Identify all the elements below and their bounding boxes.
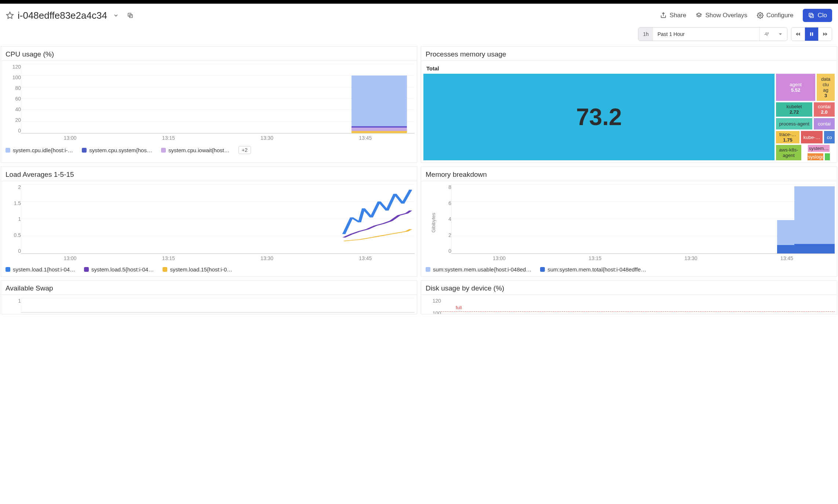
swap-y-axis: 1 [3,298,21,314]
disk-usage-title: Disk usage by device (%) [421,281,837,295]
treemap-cell-containerd[interactable]: contai2.0 [814,102,835,117]
svg-rect-12 [812,32,813,36]
available-swap-title: Available Swap [1,281,417,295]
treemap-total-label: Total [423,64,835,74]
configure-label: Configure [766,12,794,19]
dashboard-grid: CPU usage (%) 120100806040200 13:0013:15… [0,46,838,314]
time-range-picker[interactable]: 1h Past 1 Hour [638,27,787,41]
time-pause-button[interactable] [805,28,818,41]
treemap-cell-co[interactable]: co [824,131,835,143]
treemap-cell-aws-k8s-agent[interactable]: aws-k8s- agent [776,145,801,160]
gear-icon [757,12,764,19]
memory-breakdown-card: Memory breakdown Gibibytes 86420 13:0013… [421,167,837,277]
layers-icon [696,12,702,19]
time-controls-row: 1h Past 1 Hour [0,26,838,46]
legend-item[interactable]: sum:system.mem.total{host:i-048edffe… [540,266,646,273]
disk-usage-card: Disk usage by device (%) 120100 full [421,280,837,314]
copy-icon[interactable] [127,12,134,19]
legend-item[interactable]: system.cpu.idle{host:i-… [6,147,73,153]
memory-legend: sum:system.mem.usable{host:i-048ed… sum:… [421,263,837,276]
configure-button[interactable]: Configure [757,12,794,19]
cpu-x-axis: 13:0013:1513:3013:45 [3,134,415,141]
time-dropdown-chevron[interactable] [774,28,787,41]
treemap-cell-agent[interactable]: agent5.52 [776,74,815,101]
clone-icon [808,12,815,19]
disk-full-annotation: full [441,305,462,310]
memory-y-axis: 86420 [434,184,451,254]
time-pin-button[interactable] [759,28,774,41]
svg-marker-0 [7,12,13,18]
treemap-cell-other[interactable] [825,153,830,160]
pin-icon [764,32,769,37]
forward-icon [822,31,828,37]
disk-usage-chart[interactable]: 120100 full [423,298,835,314]
time-quick-range[interactable]: 1h [638,28,653,41]
page-header: i-048edffe83e2a4c34 Share Show Overlays … [0,4,838,26]
load-averages-title: Load Averages 1-5-15 [1,167,417,181]
svg-marker-4 [697,13,702,16]
overlays-label: Show Overlays [705,12,747,19]
svg-marker-10 [798,32,800,36]
treemap-cell-trace-agent[interactable]: trace-…1.75 [776,131,799,143]
processes-memory-title: Processes memory usage [421,47,837,61]
cpu-y-axis: 120100806040200 [3,64,21,134]
treemap-cell-containerd-shim[interactable]: contai [814,118,835,129]
svg-marker-9 [796,32,798,36]
time-step-forward-button[interactable] [819,28,832,41]
load-averages-chart[interactable]: 21.510.50 13:0013:1513:3013:45 [3,184,415,261]
disk-y-axis: 120100 [423,298,441,314]
legend-item[interactable]: system.cpu.iowait{host… [161,147,230,153]
rewind-icon [795,31,801,37]
cpu-usage-chart[interactable]: 120100806040200 13:0013:1513:3013:45 [3,64,415,141]
treemap-main-cell[interactable]: 73.2 [423,74,775,160]
cpu-usage-title: CPU usage (%) [1,47,417,61]
legend-item[interactable]: system.cpu.system{hos… [82,147,152,153]
svg-marker-13 [823,32,825,36]
load-x-axis: 13:0013:1513:3013:45 [3,254,415,261]
load-y-axis: 21.510.50 [3,184,21,254]
page-title: i-048edffe83e2a4c34 [18,10,107,21]
treemap-cell-rsyslogd[interactable]: rsyslogd [808,153,823,160]
svg-rect-11 [810,32,811,36]
memory-breakdown-title: Memory breakdown [421,167,837,181]
clone-button[interactable]: Clo [803,9,832,22]
legend-item[interactable]: sum:system.mem.usable{host:i-048ed… [426,266,531,273]
legend-item[interactable]: system.load.5{host:i-04… [84,266,154,273]
svg-rect-6 [810,14,813,18]
pause-icon [809,32,814,37]
svg-marker-8 [779,33,782,35]
legend-item[interactable]: system.load.15{host:i-0… [163,266,232,273]
share-icon [660,12,667,19]
svg-marker-14 [826,32,827,36]
treemap-cell-kubelet[interactable]: kubelet2.72 [776,102,812,117]
legend-more-button[interactable]: +2 [238,146,251,154]
show-overlays-button[interactable]: Show Overlays [696,12,747,19]
available-swap-chart[interactable]: 1 [3,298,415,314]
memory-breakdown-chart[interactable]: Gibibytes 86420 13:0013:1513:3013:45 [434,184,835,261]
treemap-cell-process-agent[interactable]: process-agent [776,118,812,129]
processes-memory-card: Processes memory usage Total 73.2 agent5… [421,46,837,163]
processes-treemap[interactable]: 73.2 agent5.52 data clu ag3 kubelet2.72 … [423,74,835,160]
svg-point-5 [759,15,761,17]
title-chevron-down-icon[interactable] [113,12,119,18]
svg-rect-7 [809,13,812,17]
available-swap-card: Available Swap 1 [1,280,417,314]
share-label: Share [670,12,686,19]
time-range-label[interactable]: Past 1 Hour [653,28,759,41]
share-button[interactable]: Share [660,12,686,19]
treemap-cell-systemd[interactable]: system… [808,145,829,152]
load-legend: system.load.1{host:i-04… system.load.5{h… [1,263,417,276]
memory-x-axis: 13:0013:1513:3013:45 [434,254,835,261]
treemap-cell-kube-proxy[interactable]: kube-… [801,131,823,143]
load-averages-card: Load Averages 1-5-15 21.510.50 13:0013:1… [1,167,417,277]
time-nav [791,27,832,41]
time-step-back-button[interactable] [791,28,805,41]
clone-label: Clo [817,12,827,19]
favorite-star-icon[interactable] [6,11,14,19]
chevron-down-icon [778,32,783,36]
cpu-usage-card: CPU usage (%) 120100806040200 13:0013:15… [1,46,417,163]
window-chrome-bar [0,0,838,4]
legend-item[interactable]: system.load.1{host:i-04… [6,266,75,273]
treemap-cell-datadog-cluster-agent[interactable]: data clu ag3 [817,74,835,101]
cpu-legend: system.cpu.idle{host:i-… system.cpu.syst… [1,143,417,158]
